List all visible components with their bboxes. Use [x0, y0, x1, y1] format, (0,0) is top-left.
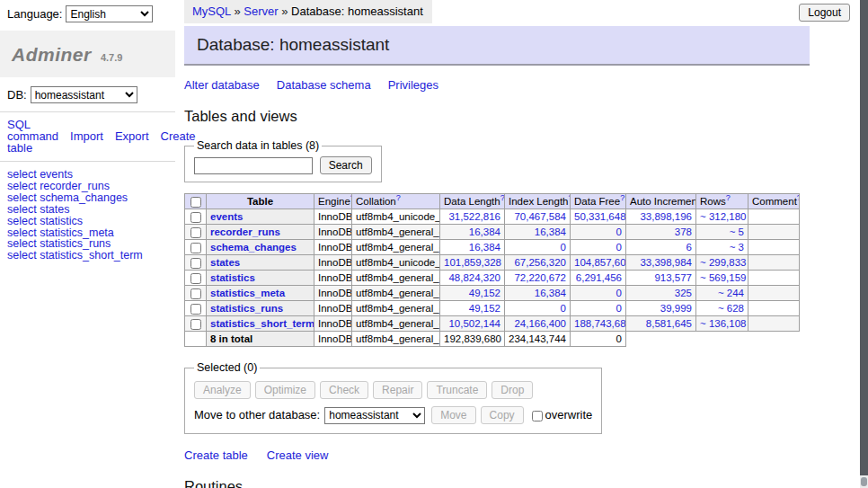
table-link-states[interactable]: states [210, 257, 240, 268]
data-free-link[interactable]: 50,331,648 [574, 211, 626, 222]
rows-link[interactable]: ~ 3 [730, 242, 744, 253]
auto-increment-link[interactable]: 6 [686, 242, 692, 253]
language-select[interactable]: English [66, 5, 153, 22]
data-length-link[interactable]: 16,384 [469, 242, 500, 253]
comment-cell [748, 301, 800, 316]
help-link-rows[interactable]: ? [726, 194, 731, 203]
breadcrumb-mysql[interactable]: MySQL [192, 4, 231, 18]
move-db-select[interactable]: homeassistant [324, 407, 425, 424]
sidebar-link-import[interactable]: Import [70, 129, 103, 143]
auto-increment-link[interactable]: 8,581,645 [646, 318, 692, 329]
breadcrumb-server[interactable]: Server [244, 4, 278, 18]
data-free-link[interactable]: 0 [616, 303, 622, 314]
link-create-table[interactable]: Create table [184, 448, 248, 462]
data-free-link[interactable]: 0 [616, 242, 622, 253]
rows-link[interactable]: ~ 299,833 [700, 257, 746, 268]
help-link-comment[interactable]: ? [797, 194, 800, 203]
sidebar-divider [0, 111, 175, 112]
db-link-privileges[interactable]: Privileges [388, 78, 438, 92]
index-length-link[interactable]: 0 [561, 303, 566, 314]
sidebar-select-statistics[interactable]: select statistics [7, 216, 175, 227]
db-link-alter-database[interactable]: Alter database [184, 78, 260, 92]
table-link-events[interactable]: events [210, 211, 243, 222]
overwrite-option[interactable]: overwrite [532, 408, 593, 421]
optimize-button[interactable]: Optimize [255, 381, 315, 399]
auto-increment-link[interactable]: 913,577 [654, 272, 692, 283]
data-free-link[interactable]: 188,743,680 [574, 318, 626, 329]
check-button[interactable]: Check [320, 381, 368, 399]
truncate-button[interactable]: Truncate [427, 381, 487, 399]
row-checkbox-cell [185, 240, 207, 255]
table-link-statistics-runs[interactable]: statistics_runs [210, 303, 283, 314]
link-create-view[interactable]: Create view [267, 448, 329, 462]
index-length-link[interactable]: 67,256,320 [514, 257, 566, 268]
data-free-link[interactable]: 104,857,600 [574, 257, 626, 268]
index-length-link[interactable]: 0 [561, 242, 566, 253]
index-length-link[interactable]: 24,166,400 [514, 318, 566, 329]
data-length-link[interactable]: 49,152 [469, 288, 500, 298]
row-checkbox-statistics-meta[interactable] [190, 288, 201, 299]
data-free-link[interactable]: 0 [616, 226, 622, 237]
index-length-link[interactable]: 72,220,672 [514, 272, 566, 283]
search-button[interactable]: Search [320, 156, 372, 174]
db-select[interactable]: homeassistant [31, 86, 137, 103]
table-link-statistics-short-term[interactable]: statistics_short_term [210, 318, 314, 329]
data-length-link[interactable]: 10,502,144 [448, 318, 500, 329]
auto-increment-link[interactable]: 378 [675, 226, 692, 237]
data-free-link[interactable]: 6,291,456 [576, 272, 622, 283]
sidebar-select-events[interactable]: select events [7, 169, 175, 181]
rows-link[interactable]: ~ 569,159 [700, 272, 746, 283]
sidebar-select-schema-changes[interactable]: select schema_changes [7, 192, 175, 204]
auto-increment-link[interactable]: 39,999 [660, 303, 692, 314]
auto-increment-link[interactable]: 325 [675, 288, 692, 298]
data-length-link[interactable]: 31,522,816 [448, 211, 500, 222]
row-checkbox-states[interactable] [190, 258, 201, 269]
move-button[interactable]: Move [431, 406, 475, 424]
row-checkbox-statistics[interactable] [190, 273, 201, 284]
data-length-link[interactable]: 48,824,320 [448, 272, 500, 283]
scrollbar-thumb[interactable] [860, 0, 868, 475]
repair-button[interactable]: Repair [373, 381, 422, 399]
row-checkbox-statistics-runs[interactable] [190, 304, 201, 315]
help-link-collation[interactable]: ? [396, 194, 401, 203]
data-free-link[interactable]: 0 [616, 288, 622, 298]
row-checkbox-statistics-short-term[interactable] [190, 319, 201, 330]
table-link-recorder-runs[interactable]: recorder_runs [210, 226, 280, 237]
data-length-link[interactable]: 49,152 [469, 303, 500, 314]
sidebar-select-states[interactable]: select states [7, 204, 175, 216]
column-header-engine: Engine? [314, 194, 352, 209]
logout-button[interactable]: Logout [799, 4, 850, 22]
table-link-statistics[interactable]: statistics [210, 272, 255, 283]
row-checkbox-recorder-runs[interactable] [190, 227, 201, 238]
sidebar-select-recorder-runs[interactable]: select recorder_runs [7, 181, 175, 192]
auto-increment-link[interactable]: 33,398,984 [640, 257, 692, 268]
drop-button[interactable]: Drop [492, 381, 533, 399]
table-link-statistics-meta[interactable]: statistics_meta [210, 288, 285, 298]
index-length-link[interactable]: 16,384 [535, 288, 566, 298]
rows-link[interactable]: ~ 136,108 [700, 318, 746, 329]
sidebar-link-export[interactable]: Export [115, 129, 149, 143]
help-link-data-length[interactable]: ? [500, 194, 505, 203]
data-length-link[interactable]: 16,384 [469, 226, 500, 237]
sidebar-link-sql-command[interactable]: SQL command [7, 118, 58, 143]
overwrite-checkbox[interactable] [532, 411, 543, 421]
row-checkbox-schema-changes[interactable] [190, 243, 201, 253]
db-link-database-schema[interactable]: Database schema [277, 78, 371, 92]
scrollbar[interactable] [860, 0, 868, 488]
table-link-schema-changes[interactable]: schema_changes [210, 242, 297, 253]
sidebar-select-statistics-short-term[interactable]: select statistics_short_term [7, 250, 175, 262]
rows-link[interactable]: ~ 244 [718, 288, 744, 298]
auto-increment-link[interactable]: 33,898,196 [640, 211, 692, 222]
index-length-link[interactable]: 16,384 [535, 226, 566, 237]
rows-link[interactable]: ~ 312,180 [700, 211, 746, 222]
data-length-link[interactable]: 101,859,328 [444, 257, 501, 268]
search-input[interactable] [194, 157, 313, 174]
index-length-link[interactable]: 70,467,584 [514, 211, 566, 222]
analyze-button[interactable]: Analyze [194, 381, 251, 399]
rows-link[interactable]: ~ 5 [730, 226, 744, 237]
select-all-checkbox[interactable] [190, 197, 201, 208]
rows-link[interactable]: ~ 628 [718, 303, 744, 314]
row-checkbox-events[interactable] [190, 212, 201, 223]
copy-button[interactable]: Copy [481, 406, 524, 424]
help-link-data-free[interactable]: ? [620, 194, 624, 203]
